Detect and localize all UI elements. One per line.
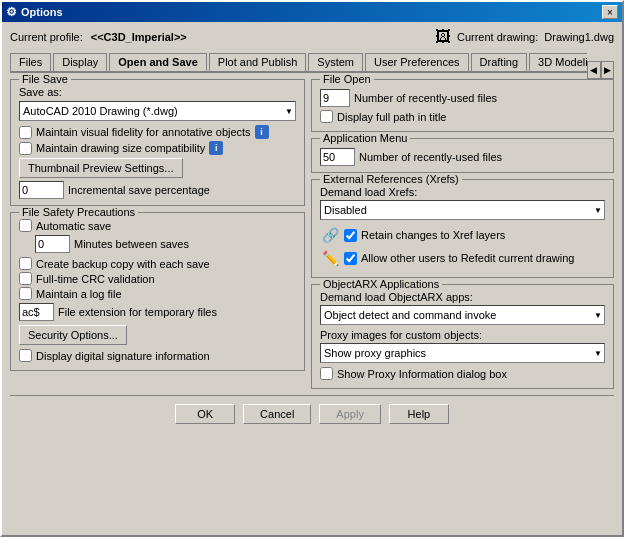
maintain-visual-row: Maintain visual fidelity for annotative … <box>19 125 296 139</box>
main-content: Current profile: <<C3D_Imperial>> 🖼 Curr… <box>2 22 622 434</box>
close-button[interactable]: × <box>602 5 618 19</box>
extension-label: File extension for temporary files <box>58 306 217 318</box>
xref-layers-icon: 🔗 <box>320 225 340 245</box>
ok-button[interactable]: OK <box>175 404 235 424</box>
minutes-input[interactable] <box>35 235 70 253</box>
save-as-select[interactable]: AutoCAD 2010 Drawing (*.dwg) AutoCAD 200… <box>19 101 296 121</box>
thumbnail-btn-row: Thumbnail Preview Settings... <box>19 158 296 178</box>
retain-changes-check[interactable] <box>344 229 357 242</box>
right-column: File Open Number of recently-used files … <box>311 79 614 389</box>
tab-user-prefs[interactable]: User Preferences <box>365 53 469 72</box>
app-menu-recently-input[interactable] <box>320 148 355 166</box>
tab-nav-left[interactable]: ◀ <box>587 61 600 79</box>
tab-open-save[interactable]: Open and Save <box>109 53 206 72</box>
file-open-recently-input[interactable] <box>320 89 350 107</box>
left-column: File Save Save as: AutoCAD 2010 Drawing … <box>10 79 305 389</box>
title-bar: ⚙ Options × <box>2 2 622 22</box>
external-refs-title: External References (Xrefs) <box>320 173 462 185</box>
tab-files[interactable]: Files <box>10 53 51 72</box>
thumbnail-btn[interactable]: Thumbnail Preview Settings... <box>19 158 183 178</box>
maintain-drawing-label: Maintain drawing size compatibility <box>36 142 205 154</box>
maintain-visual-check[interactable] <box>19 126 32 139</box>
cancel-button[interactable]: Cancel <box>243 404 311 424</box>
retain-changes-label: Retain changes to Xref layers <box>361 229 505 241</box>
options-window: ⚙ Options × Current profile: <<C3D_Imper… <box>0 0 624 537</box>
window-icon: ⚙ <box>6 5 17 19</box>
drawing-section: 🖼 Current drawing: Drawing1.dwg <box>435 28 614 46</box>
tab-nav-right[interactable]: ▶ <box>601 61 614 79</box>
minutes-label: Minutes between saves <box>74 238 189 250</box>
demand-arx-label: Demand load ObjectARX apps: <box>320 291 605 303</box>
minutes-row: Minutes between saves <box>35 235 296 253</box>
file-open-group: File Open Number of recently-used files … <box>311 79 614 132</box>
security-btn-row: Security Options... <box>19 325 296 345</box>
backup-copy-check[interactable] <box>19 257 32 270</box>
refedit-icon: ✏️ <box>320 248 340 268</box>
backup-copy-label: Create backup copy with each save <box>36 258 210 270</box>
drawing-label: Current drawing: <box>457 31 538 43</box>
objectarx-group: ObjectARX Applications Demand load Objec… <box>311 284 614 389</box>
automatic-save-row: Automatic save <box>19 219 296 232</box>
proxy-images-label: Proxy images for custom objects: <box>320 329 605 341</box>
save-as-row: Save as: <box>19 86 296 98</box>
full-crc-row: Full-time CRC validation <box>19 272 296 285</box>
maintain-drawing-info-icon[interactable]: i <box>209 141 223 155</box>
digital-sig-check[interactable] <box>19 349 32 362</box>
help-button[interactable]: Help <box>389 404 449 424</box>
tab-plot-publish[interactable]: Plot and Publish <box>209 53 307 72</box>
tab-drafting[interactable]: Drafting <box>471 53 528 72</box>
app-menu-group: Application Menu Number of recently-used… <box>311 138 614 173</box>
file-open-title: File Open <box>320 73 374 85</box>
external-refs-group: External References (Xrefs) Demand load … <box>311 179 614 278</box>
file-save-title: File Save <box>19 73 71 85</box>
proxy-images-select-wrapper: Do not show proxy graphics Show proxy gr… <box>320 343 605 363</box>
objectarx-title: ObjectARX Applications <box>320 278 442 290</box>
digital-sig-label: Display digital signature information <box>36 350 210 362</box>
show-proxy-info-label: Show Proxy Information dialog box <box>337 368 507 380</box>
incremental-save-input[interactable] <box>19 181 64 199</box>
allow-others-check[interactable] <box>344 252 357 265</box>
demand-arx-select-wrapper: Disable load on demand Custom applicatio… <box>320 305 605 325</box>
full-crc-check[interactable] <box>19 272 32 285</box>
backup-copy-row: Create backup copy with each save <box>19 257 296 270</box>
bottom-bar: OK Cancel Apply Help <box>10 395 614 428</box>
file-open-recently-row: Number of recently-used files <box>320 89 605 107</box>
incremental-save-row: Incremental save percentage <box>19 181 296 199</box>
file-safety-title: File Safety Precautions <box>19 206 138 218</box>
tabs-container: Files Display Open and Save Plot and Pub… <box>10 52 587 73</box>
demand-xref-select-wrapper: Disabled Enabled Enabled with copy <box>320 200 605 220</box>
file-open-recently-label: Number of recently-used files <box>354 92 497 104</box>
demand-xref-label: Demand load Xrefs: <box>320 186 605 198</box>
maintain-log-label: Maintain a log file <box>36 288 122 300</box>
profile-label: Current profile: <box>10 31 83 43</box>
full-path-check[interactable] <box>320 110 333 123</box>
profile-row: Current profile: <<C3D_Imperial>> 🖼 Curr… <box>10 28 614 46</box>
file-safety-group: File Safety Precautions Automatic save M… <box>10 212 305 371</box>
maintain-drawing-row: Maintain drawing size compatibility i <box>19 141 296 155</box>
drawing-icon: 🖼 <box>435 28 451 46</box>
main-area: File Save Save as: AutoCAD 2010 Drawing … <box>10 79 614 389</box>
tab-system[interactable]: System <box>308 53 363 72</box>
tab-3d-modeling[interactable]: 3D Modeling <box>529 53 587 72</box>
show-proxy-info-check[interactable] <box>320 367 333 380</box>
tab-display[interactable]: Display <box>53 53 107 72</box>
demand-xref-select[interactable]: Disabled Enabled Enabled with copy <box>320 200 605 220</box>
maintain-drawing-check[interactable] <box>19 142 32 155</box>
app-menu-recently-row: Number of recently-used files <box>320 148 605 166</box>
maintain-log-row: Maintain a log file <box>19 287 296 300</box>
retain-changes-row: 🔗 Retain changes to Xref layers <box>320 225 605 245</box>
demand-arx-select[interactable]: Disable load on demand Custom applicatio… <box>320 305 605 325</box>
file-save-group: File Save Save as: AutoCAD 2010 Drawing … <box>10 79 305 206</box>
automatic-save-check[interactable] <box>19 219 32 232</box>
drawing-value: Drawing1.dwg <box>544 31 614 43</box>
maintain-log-check[interactable] <box>19 287 32 300</box>
maintain-visual-info-icon[interactable]: i <box>255 125 269 139</box>
security-btn[interactable]: Security Options... <box>19 325 127 345</box>
full-path-label: Display full path in title <box>337 111 446 123</box>
app-menu-title: Application Menu <box>320 132 410 144</box>
tabs-bar: Files Display Open and Save Plot and Pub… <box>10 52 614 79</box>
save-as-select-wrapper: AutoCAD 2010 Drawing (*.dwg) AutoCAD 200… <box>19 101 296 121</box>
proxy-images-select[interactable]: Do not show proxy graphics Show proxy gr… <box>320 343 605 363</box>
extension-input[interactable] <box>19 303 54 321</box>
apply-button[interactable]: Apply <box>319 404 381 424</box>
